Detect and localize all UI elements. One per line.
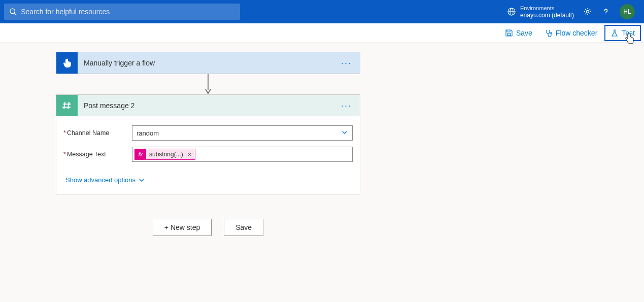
channel-name-select[interactable]: random	[132, 125, 353, 141]
action-title: Post message 2	[84, 102, 333, 110]
save-button[interactable]: Save	[500, 25, 537, 41]
flow-checker-label: Flow checker	[556, 29, 597, 37]
trigger-card[interactable]: Manually trigger a flow ···	[56, 52, 360, 74]
environment-name: enayu.com (default)	[520, 12, 574, 19]
save-label: Save	[516, 29, 532, 37]
footer-actions: + New step Save	[56, 219, 360, 236]
chevron-down-icon	[341, 129, 348, 138]
test-button[interactable]: Test	[604, 25, 641, 41]
expression-token[interactable]: fx substring(...) ✕	[134, 149, 195, 160]
manual-trigger-icon	[56, 52, 78, 74]
svg-line-1	[14, 13, 16, 15]
message-text-label: *Message Text	[63, 151, 132, 158]
new-step-button[interactable]: + New step	[153, 219, 212, 236]
svg-point-6	[605, 14, 606, 15]
slack-hash-icon	[56, 95, 78, 116]
trigger-menu-icon[interactable]: ···	[333, 58, 360, 69]
trigger-title: Manually trigger a flow	[84, 59, 333, 67]
svg-point-0	[10, 9, 15, 13]
test-label: Test	[622, 29, 635, 37]
fx-icon: fx	[135, 149, 146, 160]
search-box[interactable]	[4, 4, 240, 20]
avatar[interactable]: HL	[620, 4, 635, 19]
gear-icon[interactable]	[583, 7, 592, 16]
channel-name-label: *Channel Name	[63, 129, 132, 137]
save-icon	[505, 29, 513, 37]
connector-arrow	[56, 74, 360, 94]
show-advanced-options[interactable]: Show advanced options	[63, 168, 147, 191]
svg-point-5	[587, 11, 589, 13]
message-text-input[interactable]: fx substring(...) ✕	[132, 147, 353, 162]
search-icon	[9, 8, 17, 16]
top-header: Environments enayu.com (default) HL	[0, 0, 644, 23]
action-card[interactable]: Post message 2 ··· *Channel Name random …	[56, 94, 360, 194]
flow-toolbar: Save Flow checker Test	[0, 23, 644, 43]
channel-name-value: random	[137, 129, 159, 137]
environment-selector[interactable]: Environments enayu.com (default)	[507, 5, 574, 19]
help-icon[interactable]	[601, 7, 611, 16]
flow-checker-button[interactable]: Flow checker	[539, 25, 602, 41]
environment-icon	[507, 7, 516, 16]
channel-name-row: *Channel Name random	[63, 125, 353, 141]
stethoscope-icon	[545, 29, 553, 37]
expression-token-label: substring(...)	[149, 151, 183, 158]
trigger-header[interactable]: Manually trigger a flow ···	[56, 52, 360, 74]
flask-icon	[611, 29, 619, 37]
remove-token-icon[interactable]: ✕	[187, 151, 192, 158]
message-text-row: *Message Text fx substring(...) ✕	[63, 147, 353, 162]
environment-label: Environments	[520, 5, 574, 12]
search-input[interactable]	[21, 8, 235, 16]
svg-point-7	[551, 32, 552, 33]
chevron-down-icon	[139, 177, 145, 183]
action-menu-icon[interactable]: ···	[333, 100, 360, 111]
advanced-options-label: Show advanced options	[65, 176, 135, 184]
save-flow-button[interactable]: Save	[224, 219, 263, 236]
action-header[interactable]: Post message 2 ···	[56, 95, 360, 116]
action-body: *Channel Name random *Message Text fx su…	[56, 116, 360, 194]
